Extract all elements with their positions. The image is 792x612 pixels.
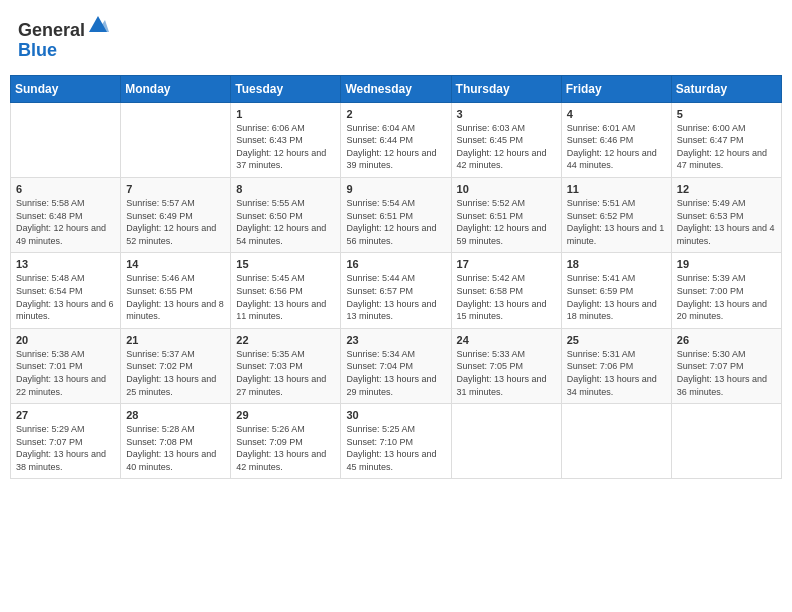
day-number: 23 <box>346 334 445 346</box>
day-number: 29 <box>236 409 335 421</box>
day-info: Sunrise: 5:31 AM Sunset: 7:06 PM Dayligh… <box>567 348 666 398</box>
calendar-cell <box>561 404 671 479</box>
logo: General Blue <box>18 16 109 61</box>
weekday-header-monday: Monday <box>121 75 231 102</box>
day-number: 17 <box>457 258 556 270</box>
day-number: 13 <box>16 258 115 270</box>
day-info: Sunrise: 5:48 AM Sunset: 6:54 PM Dayligh… <box>16 272 115 322</box>
weekday-header-saturday: Saturday <box>671 75 781 102</box>
day-info: Sunrise: 5:30 AM Sunset: 7:07 PM Dayligh… <box>677 348 776 398</box>
weekday-header-wednesday: Wednesday <box>341 75 451 102</box>
calendar-cell: 25Sunrise: 5:31 AM Sunset: 7:06 PM Dayli… <box>561 328 671 403</box>
day-number: 20 <box>16 334 115 346</box>
logo-text: General Blue <box>18 16 109 61</box>
day-number: 26 <box>677 334 776 346</box>
day-info: Sunrise: 5:28 AM Sunset: 7:08 PM Dayligh… <box>126 423 225 473</box>
calendar-cell: 6Sunrise: 5:58 AM Sunset: 6:48 PM Daylig… <box>11 177 121 252</box>
day-info: Sunrise: 5:34 AM Sunset: 7:04 PM Dayligh… <box>346 348 445 398</box>
calendar-cell: 23Sunrise: 5:34 AM Sunset: 7:04 PM Dayli… <box>341 328 451 403</box>
day-number: 12 <box>677 183 776 195</box>
calendar-cell <box>451 404 561 479</box>
day-number: 14 <box>126 258 225 270</box>
day-info: Sunrise: 5:37 AM Sunset: 7:02 PM Dayligh… <box>126 348 225 398</box>
calendar-cell: 2Sunrise: 6:04 AM Sunset: 6:44 PM Daylig… <box>341 102 451 177</box>
day-number: 7 <box>126 183 225 195</box>
day-info: Sunrise: 5:44 AM Sunset: 6:57 PM Dayligh… <box>346 272 445 322</box>
calendar-cell: 17Sunrise: 5:42 AM Sunset: 6:58 PM Dayli… <box>451 253 561 328</box>
calendar-cell: 9Sunrise: 5:54 AM Sunset: 6:51 PM Daylig… <box>341 177 451 252</box>
day-info: Sunrise: 5:29 AM Sunset: 7:07 PM Dayligh… <box>16 423 115 473</box>
page-header: General Blue <box>10 10 782 67</box>
calendar-cell: 1Sunrise: 6:06 AM Sunset: 6:43 PM Daylig… <box>231 102 341 177</box>
day-info: Sunrise: 5:25 AM Sunset: 7:10 PM Dayligh… <box>346 423 445 473</box>
weekday-header-sunday: Sunday <box>11 75 121 102</box>
day-info: Sunrise: 5:39 AM Sunset: 7:00 PM Dayligh… <box>677 272 776 322</box>
day-info: Sunrise: 5:54 AM Sunset: 6:51 PM Dayligh… <box>346 197 445 247</box>
day-number: 28 <box>126 409 225 421</box>
calendar-cell: 13Sunrise: 5:48 AM Sunset: 6:54 PM Dayli… <box>11 253 121 328</box>
calendar-cell: 28Sunrise: 5:28 AM Sunset: 7:08 PM Dayli… <box>121 404 231 479</box>
calendar-cell: 20Sunrise: 5:38 AM Sunset: 7:01 PM Dayli… <box>11 328 121 403</box>
calendar-cell: 24Sunrise: 5:33 AM Sunset: 7:05 PM Dayli… <box>451 328 561 403</box>
day-number: 15 <box>236 258 335 270</box>
day-number: 4 <box>567 108 666 120</box>
calendar-cell <box>121 102 231 177</box>
day-info: Sunrise: 6:01 AM Sunset: 6:46 PM Dayligh… <box>567 122 666 172</box>
day-number: 27 <box>16 409 115 421</box>
calendar-cell: 12Sunrise: 5:49 AM Sunset: 6:53 PM Dayli… <box>671 177 781 252</box>
calendar-cell: 22Sunrise: 5:35 AM Sunset: 7:03 PM Dayli… <box>231 328 341 403</box>
day-number: 10 <box>457 183 556 195</box>
calendar-cell: 3Sunrise: 6:03 AM Sunset: 6:45 PM Daylig… <box>451 102 561 177</box>
calendar-week-row: 13Sunrise: 5:48 AM Sunset: 6:54 PM Dayli… <box>11 253 782 328</box>
calendar-cell: 4Sunrise: 6:01 AM Sunset: 6:46 PM Daylig… <box>561 102 671 177</box>
calendar-cell <box>11 102 121 177</box>
day-info: Sunrise: 5:38 AM Sunset: 7:01 PM Dayligh… <box>16 348 115 398</box>
calendar-cell: 11Sunrise: 5:51 AM Sunset: 6:52 PM Dayli… <box>561 177 671 252</box>
day-info: Sunrise: 5:49 AM Sunset: 6:53 PM Dayligh… <box>677 197 776 247</box>
day-number: 22 <box>236 334 335 346</box>
calendar-cell: 19Sunrise: 5:39 AM Sunset: 7:00 PM Dayli… <box>671 253 781 328</box>
calendar-week-row: 1Sunrise: 6:06 AM Sunset: 6:43 PM Daylig… <box>11 102 782 177</box>
logo-icon <box>87 14 109 36</box>
day-info: Sunrise: 5:51 AM Sunset: 6:52 PM Dayligh… <box>567 197 666 247</box>
day-number: 2 <box>346 108 445 120</box>
day-info: Sunrise: 6:03 AM Sunset: 6:45 PM Dayligh… <box>457 122 556 172</box>
calendar-cell: 26Sunrise: 5:30 AM Sunset: 7:07 PM Dayli… <box>671 328 781 403</box>
logo-general: General <box>18 20 85 40</box>
weekday-header-friday: Friday <box>561 75 671 102</box>
day-number: 16 <box>346 258 445 270</box>
calendar-cell: 18Sunrise: 5:41 AM Sunset: 6:59 PM Dayli… <box>561 253 671 328</box>
day-info: Sunrise: 5:58 AM Sunset: 6:48 PM Dayligh… <box>16 197 115 247</box>
day-info: Sunrise: 6:04 AM Sunset: 6:44 PM Dayligh… <box>346 122 445 172</box>
day-info: Sunrise: 5:52 AM Sunset: 6:51 PM Dayligh… <box>457 197 556 247</box>
calendar-week-row: 20Sunrise: 5:38 AM Sunset: 7:01 PM Dayli… <box>11 328 782 403</box>
day-number: 11 <box>567 183 666 195</box>
calendar-cell: 30Sunrise: 5:25 AM Sunset: 7:10 PM Dayli… <box>341 404 451 479</box>
day-info: Sunrise: 5:35 AM Sunset: 7:03 PM Dayligh… <box>236 348 335 398</box>
day-info: Sunrise: 5:42 AM Sunset: 6:58 PM Dayligh… <box>457 272 556 322</box>
day-info: Sunrise: 5:41 AM Sunset: 6:59 PM Dayligh… <box>567 272 666 322</box>
logo-blue: Blue <box>18 40 57 60</box>
day-number: 8 <box>236 183 335 195</box>
day-info: Sunrise: 5:26 AM Sunset: 7:09 PM Dayligh… <box>236 423 335 473</box>
calendar-cell: 14Sunrise: 5:46 AM Sunset: 6:55 PM Dayli… <box>121 253 231 328</box>
day-info: Sunrise: 6:06 AM Sunset: 6:43 PM Dayligh… <box>236 122 335 172</box>
calendar-week-row: 6Sunrise: 5:58 AM Sunset: 6:48 PM Daylig… <box>11 177 782 252</box>
day-number: 1 <box>236 108 335 120</box>
calendar-cell: 27Sunrise: 5:29 AM Sunset: 7:07 PM Dayli… <box>11 404 121 479</box>
day-number: 9 <box>346 183 445 195</box>
day-number: 5 <box>677 108 776 120</box>
day-info: Sunrise: 5:45 AM Sunset: 6:56 PM Dayligh… <box>236 272 335 322</box>
calendar-body: 1Sunrise: 6:06 AM Sunset: 6:43 PM Daylig… <box>11 102 782 479</box>
day-info: Sunrise: 5:55 AM Sunset: 6:50 PM Dayligh… <box>236 197 335 247</box>
calendar-header-row: SundayMondayTuesdayWednesdayThursdayFrid… <box>11 75 782 102</box>
day-number: 24 <box>457 334 556 346</box>
calendar-cell: 7Sunrise: 5:57 AM Sunset: 6:49 PM Daylig… <box>121 177 231 252</box>
day-info: Sunrise: 5:33 AM Sunset: 7:05 PM Dayligh… <box>457 348 556 398</box>
calendar-cell: 5Sunrise: 6:00 AM Sunset: 6:47 PM Daylig… <box>671 102 781 177</box>
day-number: 3 <box>457 108 556 120</box>
calendar-week-row: 27Sunrise: 5:29 AM Sunset: 7:07 PM Dayli… <box>11 404 782 479</box>
day-info: Sunrise: 6:00 AM Sunset: 6:47 PM Dayligh… <box>677 122 776 172</box>
day-number: 21 <box>126 334 225 346</box>
day-number: 18 <box>567 258 666 270</box>
